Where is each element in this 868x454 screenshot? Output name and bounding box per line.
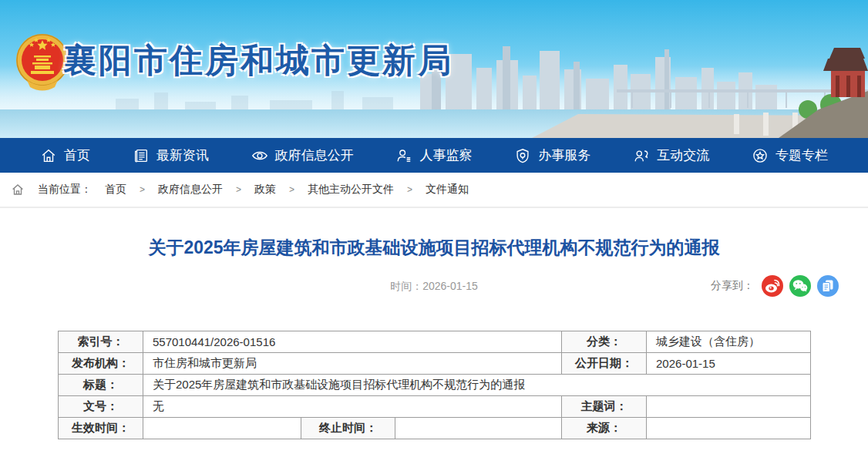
- nav-item-label: 政府信息公开: [275, 146, 354, 164]
- publish-time-value: 2026-01-15: [422, 280, 478, 292]
- publish-date-value: 2026-01-15: [647, 353, 811, 375]
- category-value: 城乡建设（含住房）: [647, 331, 811, 353]
- national-emblem: [14, 32, 71, 92]
- keywords-value: [647, 396, 811, 418]
- page-title: 关于2025年房屋建筑和市政基础设施项目招标代理机构不规范行为的通报: [0, 236, 868, 260]
- nav-item-special-topics[interactable]: 专题专栏: [752, 146, 828, 164]
- document-meta-table: 索引号： 557010441/2026-01516 分类： 城乡建设（含住房） …: [58, 331, 810, 439]
- index-number-value: 557010441/2026-01516: [143, 331, 562, 353]
- category-label: 分类：: [562, 331, 647, 353]
- issuing-agency-label: 发布机构：: [59, 353, 143, 375]
- keywords-label: 主题词：: [562, 396, 647, 418]
- shield-icon: [514, 147, 531, 164]
- effective-date-label: 生效时间：: [59, 418, 143, 439]
- breadcrumb-item-gov-info[interactable]: 政府信息公开: [158, 183, 223, 197]
- expiry-date-value: [395, 418, 562, 439]
- nav-item-label: 办事服务: [538, 146, 590, 164]
- breadcrumb-item-file-notice[interactable]: 文件通知: [426, 183, 469, 197]
- index-number-label: 索引号：: [59, 331, 143, 353]
- site-title: 襄阳市住房和城市更新局: [63, 39, 453, 83]
- copy-icon[interactable]: [817, 275, 839, 297]
- main-nav: 首页 最新资讯 政府信息公开 人事监察 办: [0, 138, 868, 173]
- table-row: 发布机构： 市住房和城市更新局 公开日期： 2026-01-15: [59, 353, 811, 375]
- source-value: [647, 418, 811, 439]
- share-label: 分享到：: [711, 279, 754, 293]
- doc-number-value: 无: [143, 396, 562, 418]
- nav-item-interaction[interactable]: 互动交流: [633, 146, 709, 164]
- news-icon: [133, 147, 150, 164]
- effective-date-value: [143, 418, 301, 439]
- wechat-icon[interactable]: [789, 275, 811, 297]
- publish-date-label: 公开日期：: [562, 353, 647, 375]
- breadcrumb-item-other-public-docs[interactable]: 其他主动公开文件: [308, 183, 394, 197]
- home-icon: [11, 183, 25, 197]
- breadcrumb-separator: >: [236, 184, 241, 195]
- issuing-agency-value: 市住房和城市更新局: [143, 353, 562, 375]
- nav-item-label: 最新资讯: [156, 146, 209, 164]
- expiry-date-label: 终止时间：: [301, 418, 395, 439]
- table-row: 索引号： 557010441/2026-01516 分类： 城乡建设（含住房）: [59, 331, 811, 353]
- nav-item-label: 首页: [64, 146, 90, 164]
- chat-people-icon: [633, 147, 650, 164]
- star-circle-icon: [752, 147, 769, 164]
- nav-item-label: 人事监察: [419, 146, 472, 164]
- table-row: 标题： 关于2025年房屋建筑和市政基础设施项目招标代理机构不规范行为的通报: [59, 375, 811, 396]
- doc-number-label: 文号：: [59, 396, 143, 418]
- share-bar: 分享到：: [711, 275, 839, 297]
- nav-item-label: 互动交流: [657, 146, 709, 164]
- doc-title-label: 标题：: [59, 375, 143, 396]
- breadcrumb-separator: >: [407, 184, 412, 195]
- breadcrumb-prefix: 当前位置：: [38, 183, 92, 197]
- nav-item-label: 专题专栏: [775, 146, 828, 164]
- nav-item-home[interactable]: 首页: [40, 146, 90, 164]
- breadcrumb-separator: >: [289, 184, 294, 195]
- site-banner: 襄阳市住房和城市更新局: [0, 0, 868, 138]
- breadcrumb-item-policy[interactable]: 政策: [254, 183, 276, 197]
- nav-item-news[interactable]: 最新资讯: [133, 146, 209, 164]
- publish-time-label: 时间：: [390, 280, 422, 292]
- nav-item-personnel[interactable]: 人事监察: [395, 146, 472, 164]
- home-icon: [40, 147, 57, 164]
- breadcrumb-separator: >: [140, 184, 145, 195]
- doc-title-value: 关于2025年房屋建筑和市政基础设施项目招标代理机构不规范行为的通报: [143, 375, 811, 396]
- nav-item-gov-info[interactable]: 政府信息公开: [251, 146, 354, 164]
- eye-icon: [251, 147, 268, 164]
- table-row: 生效时间： 终止时间： 来源：: [59, 418, 811, 439]
- person-icon: [395, 147, 412, 164]
- weibo-icon[interactable]: [762, 275, 783, 297]
- source-label: 来源：: [562, 418, 647, 439]
- breadcrumb: 当前位置： 首页 > 政府信息公开 > 政策 > 其他主动公开文件 > 文件通知: [0, 173, 868, 208]
- article-meta-line: 时间：2026-01-15 分享到：: [0, 275, 868, 298]
- nav-item-services[interactable]: 办事服务: [514, 146, 590, 164]
- table-row: 文号： 无 主题词：: [59, 396, 811, 418]
- breadcrumb-item-home[interactable]: 首页: [105, 183, 126, 197]
